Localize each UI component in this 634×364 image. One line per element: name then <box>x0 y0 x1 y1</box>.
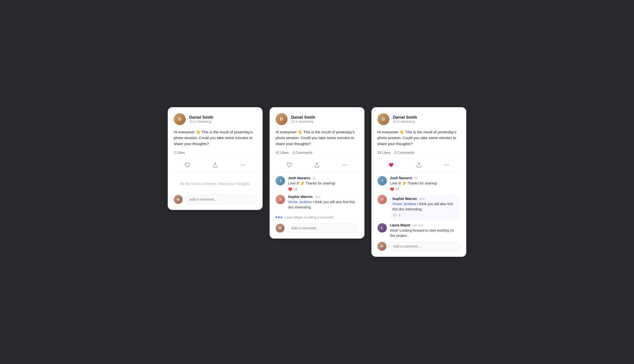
post-header: DDaniel Smith1h in Marketing <box>174 113 257 125</box>
comment-author-name: Josh Navarro <box>390 176 412 180</box>
comment-time: 1h <box>312 176 316 180</box>
comment-input-row: M <box>174 195 257 204</box>
likes-count[interactable]: 41 Likes <box>276 150 289 154</box>
cards-container: DDaniel Smith1h in MarketingHi everyone!… <box>168 107 466 257</box>
my-avatar: M <box>174 195 183 204</box>
post-card-card-2: DDaniel Smith1h in MarketingHi everyone!… <box>270 107 364 238</box>
comments-count[interactable]: 3 Comments <box>394 150 414 154</box>
author-name: Daniel Smith <box>291 115 315 120</box>
svg-point-11 <box>448 164 449 166</box>
comment-item: SSophie Warren30mVictor Jenkins I think … <box>377 195 460 220</box>
comment-header: Josh Navarro1h <box>390 176 460 180</box>
svg-point-9 <box>444 164 445 166</box>
comment-time: 30m <box>419 197 425 201</box>
author-avatar: D <box>377 113 389 125</box>
comment-likes-row: ❤️34 <box>288 187 358 191</box>
likes-count[interactable]: 53 Likes <box>377 150 390 154</box>
more-button[interactable] <box>433 161 460 169</box>
comment-avatar: J <box>276 176 285 186</box>
comment-like-button[interactable]: ❤️ <box>288 187 292 191</box>
post-card-card-3: DDaniel Smith1h in MarketingHi everyone!… <box>371 107 466 257</box>
comment-time: 1h <box>414 176 417 180</box>
comment-header: Josh Navarro1h <box>288 176 358 180</box>
more-button[interactable] <box>229 161 257 169</box>
comment-time: just now <box>412 224 423 227</box>
comment-input[interactable] <box>389 242 460 251</box>
more-button[interactable] <box>331 161 358 169</box>
comment-input[interactable] <box>287 224 358 232</box>
comment-header: Sophie Warren30m <box>392 197 458 201</box>
comment-like-count: 34 <box>396 187 399 191</box>
author-name: Daniel Smith <box>189 115 214 120</box>
comment-author-name: Sophie Warren <box>392 197 417 201</box>
comments-count[interactable]: 2 Comments <box>293 150 312 154</box>
comment-item: JJosh Navarro1hLove it! 🤌 Thanks for sha… <box>276 176 358 191</box>
comment-item: LLaura Mayerjust nowWow! Looking forward… <box>377 223 460 238</box>
comment-more-button[interactable]: ··· <box>454 213 458 218</box>
comment-likes-row: 🤍4··· <box>392 213 458 218</box>
comment-avatar: L <box>377 223 387 232</box>
comment-header: Sophie Warren30m <box>288 195 358 199</box>
comment-like-button[interactable]: 🤍 <box>392 213 397 218</box>
comment-like-count: 34 <box>294 187 297 191</box>
author-info: Daniel Smith1h in Marketing <box>291 115 315 124</box>
post-stats: 2 Likes <box>174 150 257 154</box>
post-actions <box>276 158 358 172</box>
author-info: Daniel Smith1h in Marketing <box>189 115 214 124</box>
author-avatar: D <box>174 113 186 125</box>
svg-point-3 <box>244 164 245 166</box>
comment-content: Sophie Warren30mVictor Jenkins I think y… <box>288 195 358 210</box>
post-actions <box>174 158 257 172</box>
typing-indicator: Laura Mayer is writing a comment <box>276 214 358 220</box>
post-body: Hi everyone! 👋 This is the result of yes… <box>276 129 358 146</box>
like-button[interactable] <box>174 161 201 169</box>
comment-mention[interactable]: Victor Jenkins <box>288 200 313 204</box>
post-header: DDaniel Smith1h in Marketing <box>377 113 460 125</box>
post-header: DDaniel Smith1h in Marketing <box>276 113 358 125</box>
comment-avatar: S <box>276 195 285 204</box>
svg-point-10 <box>446 164 447 166</box>
comment-input[interactable] <box>185 195 257 204</box>
comment-like-count: 4 <box>399 214 400 217</box>
author-info: Daniel Smith1h in Marketing <box>393 115 417 124</box>
comment-input-row: M <box>276 224 358 232</box>
empty-comments-text: Be the first to comment. Share your thou… <box>174 176 257 192</box>
post-body: Hi everyone! 👋 This is the result of yes… <box>377 129 460 146</box>
comment-avatar: S <box>377 195 387 204</box>
likes-count[interactable]: 2 Likes <box>174 150 185 154</box>
comment-text: Love it! 🤌 Thanks for sharing! <box>390 181 460 186</box>
share-button[interactable] <box>405 161 433 169</box>
comment-author-name: Sophie Warren <box>288 195 313 199</box>
comment-like-button[interactable]: ❤️ <box>390 187 394 191</box>
my-avatar: M <box>276 224 285 232</box>
comment-content: Josh Navarro1hLove it! 🤌 Thanks for shar… <box>288 176 358 191</box>
post-stats: 53 Likes3 Comments <box>377 150 460 154</box>
comment-input-row: M <box>377 242 460 251</box>
comments-section: Be the first to comment. Share your thou… <box>174 176 257 192</box>
post-meta: 1h in Marketing <box>393 120 417 124</box>
svg-point-1 <box>241 164 242 166</box>
svg-point-5 <box>342 164 343 166</box>
like-button[interactable] <box>276 161 303 169</box>
comment-avatar: J <box>377 176 387 186</box>
comment-header: Laura Mayerjust now <box>390 223 460 227</box>
comment-content: Laura Mayerjust nowWow! Looking forward … <box>390 223 460 238</box>
comment-mention[interactable]: Victor Jenkins <box>392 202 417 206</box>
comment-text: Victor Jenkins I think you will also fin… <box>392 202 458 212</box>
comment-content: Sophie Warren30mVictor Jenkins I think y… <box>390 195 460 220</box>
typing-dots <box>276 216 282 218</box>
post-meta: 1h in Marketing <box>291 120 315 124</box>
comment-author-name: Laura Mayer <box>390 223 410 227</box>
svg-point-2 <box>242 164 243 166</box>
typing-text: Laura Mayer is writing a comment <box>285 216 333 219</box>
author-name: Daniel Smith <box>393 115 417 120</box>
comment-text: Wow! Looking forward to start working on… <box>390 228 460 238</box>
post-card-card-1: DDaniel Smith1h in MarketingHi everyone!… <box>168 107 263 210</box>
comments-section: JJosh Navarro1hLove it! 🤌 Thanks for sha… <box>377 176 460 238</box>
like-button[interactable] <box>377 161 405 169</box>
svg-point-7 <box>346 164 347 166</box>
comments-section: JJosh Navarro1hLove it! 🤌 Thanks for sha… <box>276 176 358 220</box>
post-actions <box>377 158 460 172</box>
share-button[interactable] <box>303 161 331 169</box>
share-button[interactable] <box>201 161 229 169</box>
